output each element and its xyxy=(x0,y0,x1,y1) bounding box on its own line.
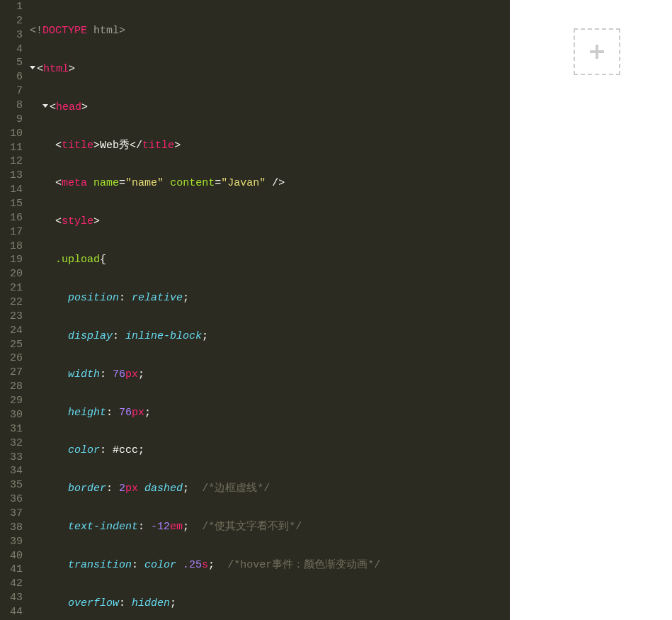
line-number: 43 xyxy=(0,591,23,605)
code-line: <title>Web秀</title> xyxy=(27,139,510,153)
line-number: 26 xyxy=(0,351,23,366)
code-line: overflow: hidden; xyxy=(27,597,510,611)
line-number: 27 xyxy=(0,366,23,380)
line-number: 19 xyxy=(0,253,23,267)
line-number: 20 xyxy=(0,267,23,281)
code-line: position: relative; xyxy=(27,291,510,305)
code-line: <head> xyxy=(27,101,510,115)
code-line: width: 76px; xyxy=(27,368,510,382)
line-number: 5 xyxy=(0,56,23,70)
line-number: 6 xyxy=(0,70,23,84)
upload-button[interactable] xyxy=(574,28,620,75)
line-number: 14 xyxy=(0,183,23,197)
line-number: 25 xyxy=(0,338,23,352)
line-number: 39 xyxy=(0,535,23,549)
code-line: height: 76px; xyxy=(27,406,510,420)
line-number: 16 xyxy=(0,211,23,225)
line-number: 18 xyxy=(0,239,23,254)
code-content[interactable]: <!DOCTYPE html> <html> <head> <title>Web… xyxy=(27,0,510,620)
line-number: 8 xyxy=(0,98,23,113)
line-number: 9 xyxy=(0,113,23,127)
line-number: 13 xyxy=(0,169,23,183)
code-line: color: #ccc; xyxy=(27,444,510,458)
line-number: 41 xyxy=(0,563,23,577)
line-number: 22 xyxy=(0,295,23,310)
line-number: 2 xyxy=(0,14,23,28)
line-number: 11 xyxy=(0,141,23,155)
line-number: 44 xyxy=(0,605,23,619)
code-line: display: inline-block; xyxy=(27,329,510,344)
line-number: 40 xyxy=(0,549,23,563)
code-line: border: 2px dashed; /*边框虚线*/ xyxy=(27,482,510,496)
code-line: .upload{ xyxy=(27,253,510,267)
line-number: 29 xyxy=(0,394,23,408)
line-number: 3 xyxy=(0,28,23,43)
line-number: 34 xyxy=(0,464,23,478)
code-line: <meta name="name" content="Javan" /> xyxy=(27,176,510,191)
line-number: 33 xyxy=(0,451,23,465)
line-number: 4 xyxy=(0,43,23,57)
line-number: 28 xyxy=(0,380,23,394)
code-editor-pane: 1234567891011121314151617181920212223242… xyxy=(0,0,510,620)
line-number: 42 xyxy=(0,577,23,591)
line-number: 31 xyxy=(0,422,23,436)
code-line: transition: color .25s; /*hover事件：颜色渐变动画… xyxy=(27,558,510,573)
line-number-gutter: 1234567891011121314151617181920212223242… xyxy=(0,0,27,620)
line-number: 38 xyxy=(0,521,23,535)
line-number: 37 xyxy=(0,507,23,521)
code-line: text-indent: -12em; /*使其文字看不到*/ xyxy=(27,520,510,534)
line-number: 36 xyxy=(0,492,23,507)
line-number: 7 xyxy=(0,84,23,98)
line-number: 35 xyxy=(0,478,23,492)
fold-arrow-icon[interactable] xyxy=(42,104,48,108)
line-number: 10 xyxy=(0,127,23,141)
code-line: <!DOCTYPE html> xyxy=(27,24,510,38)
line-number: 21 xyxy=(0,281,23,295)
line-number: 1 xyxy=(0,0,23,14)
line-number: 32 xyxy=(0,436,23,451)
code-line: <style> xyxy=(27,215,510,229)
fold-arrow-icon[interactable] xyxy=(30,66,35,69)
line-number: 23 xyxy=(0,310,23,324)
line-number: 15 xyxy=(0,197,23,211)
line-number: 17 xyxy=(0,225,23,239)
preview-pane xyxy=(510,0,672,620)
line-number: 24 xyxy=(0,324,23,338)
code-line: <html> xyxy=(27,62,510,77)
line-number: 12 xyxy=(0,154,23,169)
line-number: 30 xyxy=(0,408,23,422)
